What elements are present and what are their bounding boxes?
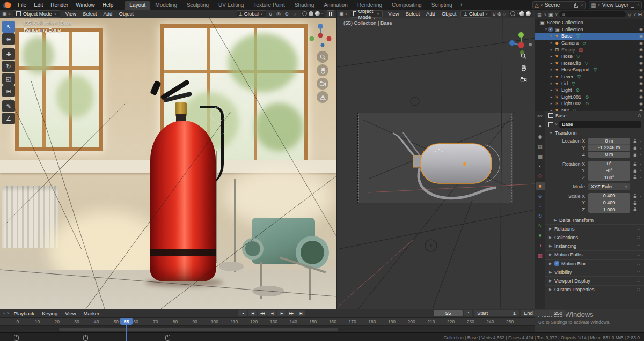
proportional-editing-icon[interactable]: ◎	[275, 11, 282, 17]
blender-logo-icon[interactable]	[3, 2, 11, 8]
collapsed-panel[interactable]: ▶ ✓ Delta Transform ∷	[545, 216, 644, 224]
disclosure-icon[interactable]: ▸	[549, 81, 554, 86]
mode-dropdown[interactable]: XYZ Euler∨	[588, 183, 630, 190]
playback-button[interactable]: ◀	[267, 310, 276, 316]
app-menu[interactable]: Window	[72, 1, 99, 9]
workspace-tab[interactable]: UV Editing	[214, 1, 248, 10]
timeline-menu[interactable]: View	[62, 310, 79, 316]
disclosure-icon[interactable]: ▸	[549, 34, 554, 38]
lock-icon[interactable]	[632, 139, 638, 144]
app-menu[interactable]: Edit	[30, 1, 47, 9]
lock-icon[interactable]	[632, 161, 638, 166]
outliner-object-row[interactable]: ▸ ▼ Lever ▽ ◉	[535, 73, 644, 80]
outliner-object-row[interactable]: ▸ ▼ Base ▽ ◉	[535, 33, 644, 40]
playhead[interactable]: 55	[120, 318, 133, 325]
outliner-object-row[interactable]: ▸ ⊞ Empty ▨ ◉	[535, 46, 644, 53]
panel-grip-icon[interactable]: ∷	[637, 226, 641, 232]
eye-icon[interactable]: ◉	[639, 41, 643, 46]
scene-selector[interactable]: △ ∨ Scene ×	[532, 1, 586, 9]
viewport-menu[interactable]: Select	[79, 11, 100, 17]
outliner-object-row[interactable]: ▸ ☀ Light ⊙ ◉	[535, 87, 644, 94]
disclosure-icon[interactable]: ▸	[549, 48, 554, 52]
playback-button[interactable]: ▶	[277, 310, 286, 316]
eye-icon[interactable]: ◉	[639, 81, 643, 86]
zoom-icon[interactable]	[517, 50, 529, 62]
start-frame-field[interactable]: Start1	[474, 310, 519, 316]
collapsed-panel[interactable]: ▶ ✓ Motion Blur ∷	[545, 259, 644, 268]
collapsed-panel[interactable]: ▶ ✓ Instancing ∷	[545, 242, 644, 250]
eye-icon[interactable]: ◉	[639, 61, 643, 65]
timeline-menu[interactable]: Marker	[80, 310, 103, 316]
new-collection-icon[interactable]: ⊞	[638, 12, 642, 17]
collapsed-panel[interactable]: ▶ ✓ Motion Paths ∷	[545, 250, 644, 259]
material-shading-icon[interactable]	[315, 11, 320, 16]
workspace-tab[interactable]: Texture Paint	[248, 1, 289, 10]
collapsed-panel[interactable]: ▶ ✓ Viewport Display ∷	[545, 276, 644, 285]
value-field[interactable]: -1.2246 m	[588, 145, 630, 152]
value-field[interactable]: -0°	[588, 167, 630, 174]
lock-icon[interactable]	[632, 152, 638, 157]
playback-button[interactable]: |◀	[248, 310, 257, 316]
panel-grip-icon[interactable]: ∷	[637, 270, 641, 275]
app-menu[interactable]: Render	[47, 1, 72, 9]
lock-icon[interactable]	[632, 201, 638, 205]
collapsed-panel[interactable]: ▶ ✓ Relations ∷	[545, 224, 644, 233]
lock-icon[interactable]	[632, 194, 638, 198]
end-frame-field[interactable]: End250	[521, 310, 566, 316]
camera-frame[interactable]	[357, 113, 513, 203]
editor-type-icon[interactable]: ◔	[2, 310, 5, 316]
new-view-layer-icon[interactable]	[631, 3, 635, 8]
outliner-object-row[interactable]: ▸ ☀ Light.002 ⊙ ◉	[535, 100, 644, 107]
view-layer-selector[interactable]: ▦ ∨ View Layer ×	[589, 1, 642, 9]
workspace-tab[interactable]: Scripting	[427, 1, 457, 10]
workspace-tab[interactable]: Modeling	[150, 1, 182, 10]
disclosure-icon[interactable]: ▸	[549, 54, 554, 58]
snap-magnet-icon[interactable]: ∪	[267, 11, 274, 17]
material-shading-icon[interactable]	[519, 11, 524, 16]
snap-magnet-icon[interactable]: ∪	[492, 11, 496, 17]
editor-type-icon[interactable]: ▤	[537, 12, 542, 17]
app-menu[interactable]: Help	[99, 1, 118, 9]
camera-view-icon[interactable]	[517, 73, 529, 85]
disclosure-icon[interactable]: ▾	[544, 27, 548, 32]
properties-tab[interactable]: ▤	[536, 143, 545, 150]
outliner-row-collection[interactable]: ▾ ✓ ▣ Collection ◉	[535, 26, 644, 33]
workspace-tab[interactable]: Rendering	[353, 1, 387, 10]
outliner-object-row[interactable]: ▸ ☀ Light.001 ⊙ ◉	[535, 94, 644, 101]
outliner-object-row[interactable]: ▸ ▼ Nut ▽ ◉	[535, 107, 644, 111]
disclosure-icon[interactable]: ▸	[549, 61, 554, 65]
viewport-menu[interactable]: Select	[402, 11, 423, 17]
panel-grip-icon[interactable]: ∷	[637, 252, 641, 257]
pause-render-button[interactable]	[327, 10, 334, 17]
new-scene-icon[interactable]	[574, 3, 579, 8]
eye-icon[interactable]: ◉	[639, 75, 643, 79]
properties-tab[interactable]: ∴	[536, 202, 545, 210]
value-field[interactable]: 180°	[588, 174, 630, 181]
lock-icon[interactable]	[632, 175, 638, 180]
pan-hand-icon[interactable]	[317, 64, 328, 76]
outliner-object-row[interactable]: ▸ ▼ HoseSupport ▽ ◉	[535, 66, 644, 73]
collapsed-panel[interactable]: ▶ ✓ Collections ∷	[545, 233, 644, 241]
editor-type-icon[interactable]: ▣	[2, 11, 7, 17]
mode-dropdown[interactable]: Object Mode ∨	[350, 10, 383, 18]
editor-type-icon[interactable]: ▣	[339, 11, 344, 17]
workspace-tab[interactable]: +	[457, 1, 466, 10]
workspace-tab[interactable]: Layout	[125, 1, 150, 10]
editor-type-icon[interactable]: ≡∨	[536, 113, 545, 120]
disclosure-icon[interactable]: ▸	[549, 41, 554, 45]
tool-button[interactable]: ✚	[2, 48, 15, 60]
panel-grip-icon[interactable]: ∷	[637, 235, 641, 240]
tool-button[interactable]: ↖	[2, 21, 15, 33]
lock-icon[interactable]	[632, 168, 638, 173]
viewport-solid[interactable]: ▣ ∨ Object Mode ∨ ViewSelectAddObject ⟂ …	[336, 10, 535, 309]
display-mode-icon[interactable]: ▣	[548, 12, 553, 17]
tool-button[interactable]: ∠	[2, 113, 15, 124]
properties-tab[interactable]: ⊛	[536, 192, 545, 199]
outliner-object-row[interactable]: ▸ ▼ Lid ▽ ◉	[535, 80, 644, 87]
viewport-rendered[interactable]: ▣ ∨ Object Mode ∨ ViewSelectAddObject ⟂ …	[0, 10, 336, 309]
animate-dot[interactable]: ·	[638, 161, 642, 167]
panel-grip-icon[interactable]: ∷	[637, 243, 641, 249]
panel-grip-icon[interactable]: ∷	[637, 287, 641, 292]
viewport-menu[interactable]: Add	[423, 11, 438, 17]
pan-hand-icon[interactable]	[517, 62, 529, 73]
